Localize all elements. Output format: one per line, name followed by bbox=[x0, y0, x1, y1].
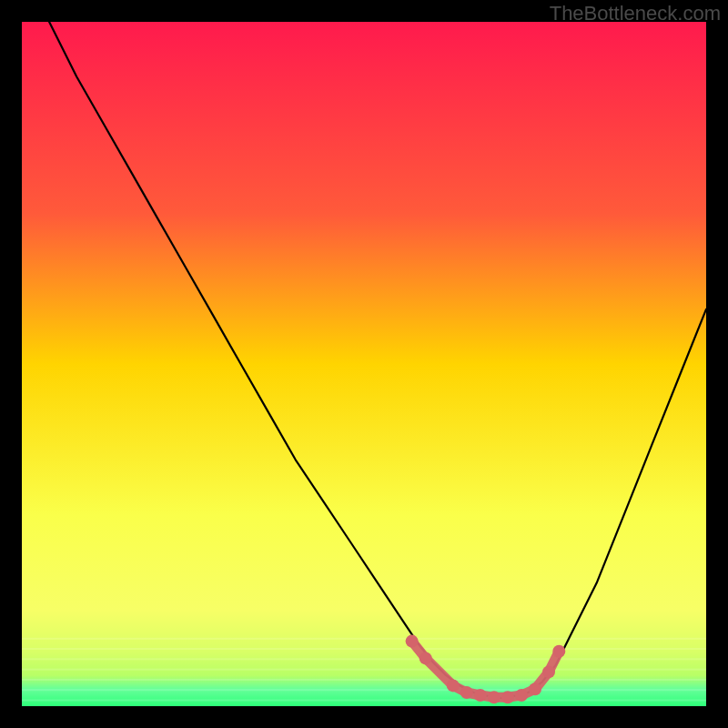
svg-point-13 bbox=[488, 691, 500, 703]
svg-rect-0 bbox=[22, 22, 706, 706]
svg-point-15 bbox=[515, 689, 528, 702]
svg-point-17 bbox=[542, 665, 555, 678]
svg-point-10 bbox=[447, 679, 460, 692]
svg-rect-4 bbox=[22, 669, 706, 671]
svg-point-18 bbox=[552, 645, 565, 658]
svg-point-12 bbox=[474, 689, 487, 702]
svg-rect-7 bbox=[22, 699, 706, 701]
svg-point-8 bbox=[406, 635, 419, 648]
svg-point-14 bbox=[501, 691, 514, 703]
svg-rect-1 bbox=[22, 638, 706, 640]
svg-rect-2 bbox=[22, 648, 706, 650]
svg-point-9 bbox=[420, 652, 432, 664]
svg-rect-6 bbox=[22, 689, 706, 691]
watermark-text: TheBottleneck.com bbox=[550, 2, 721, 25]
svg-point-11 bbox=[460, 686, 473, 699]
chart-svg bbox=[22, 22, 706, 706]
svg-rect-3 bbox=[22, 658, 706, 660]
svg-rect-5 bbox=[22, 679, 706, 681]
plot-area bbox=[22, 22, 706, 706]
chart-frame: TheBottleneck.com bbox=[0, 0, 728, 728]
svg-point-16 bbox=[529, 682, 541, 695]
